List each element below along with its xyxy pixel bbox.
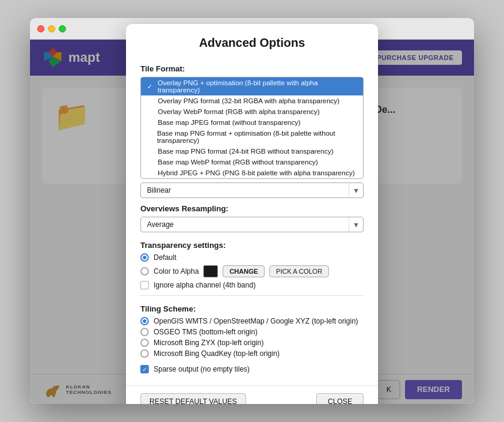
ignore-alpha-label: Ignore alpha channel (4th band)	[154, 281, 256, 289]
traffic-lights	[37, 25, 66, 32]
tile-format-option[interactable]: Base map JPEG format (without transparen…	[141, 117, 363, 128]
tiling-option[interactable]: Microsoft Bing QuadKey (top-left origin)	[140, 349, 364, 358]
tiling-radio[interactable]	[140, 339, 149, 347]
sparse-checkbox[interactable]: ✓	[140, 365, 149, 373]
overviews-value: Average	[141, 217, 349, 232]
resampling-select[interactable]: Bilinear ▾	[140, 182, 364, 198]
separator-1	[140, 295, 364, 296]
overviews-label: Overviews Resampling:	[140, 204, 364, 213]
tile-format-option[interactable]: Hybrid JPEG + PNG (PNG 8-bit palette wit…	[141, 167, 363, 178]
tile-format-option[interactable]: Base map PNG format (24-bit RGB without …	[141, 146, 363, 157]
minimize-button[interactable]	[48, 25, 55, 32]
dialog-body: Tile Format: ✓Overlay PNG + optimisation…	[126, 64, 378, 385]
close-button-dialog[interactable]: CLOSE	[316, 393, 364, 404]
tile-format-option[interactable]: ✓Overlay PNG + optimisation (8-bit palle…	[141, 77, 363, 95]
tiling-radio[interactable]	[140, 328, 149, 336]
sparse-label: Sparse output (no empty tiles)	[154, 365, 250, 373]
resampling-value: Bilinear	[141, 183, 349, 197]
tile-format-option[interactable]: Base map PNG format + optimisation (8-bi…	[141, 128, 363, 146]
ignore-alpha-item[interactable]: Ignore alpha channel (4th band)	[140, 281, 364, 289]
tiling-radio-group: OpenGIS WMTS / OpenStreetMap / Google XY…	[140, 317, 364, 358]
dialog-footer: RESET DEFAULT VALUES CLOSE	[126, 385, 378, 404]
tile-format-label: Tile Format:	[140, 64, 364, 73]
sparse-output-item[interactable]: ✓ Sparse output (no empty tiles)	[140, 365, 364, 373]
color-swatch[interactable]	[203, 265, 218, 277]
transparency-default-radio[interactable]	[140, 253, 149, 262]
app-window: MapTiler Desktop Free 9.1 – Generate ras…	[30, 18, 474, 404]
tiling-option[interactable]: Microsoft Bing ZYX (top-left origin)	[140, 339, 364, 347]
pick-color-button[interactable]: PICK A COLOR	[269, 265, 329, 277]
tiling-option[interactable]: OSGEO TMS (bottom-left origin)	[140, 328, 364, 336]
transparency-label: Transparency settings:	[140, 241, 364, 250]
tiling-option[interactable]: OpenGIS WMTS / OpenStreetMap / Google XY…	[140, 317, 364, 325]
tile-format-option[interactable]: Overlay WebP format (RGB with alpha tran…	[141, 106, 363, 117]
sparse-section: ✓ Sparse output (no empty tiles)	[140, 365, 364, 373]
tiling-scheme-label: Tiling Scheme:	[140, 304, 364, 313]
transparency-radio-group: Default Color to Alpha CHANGE PICK A COL…	[140, 253, 364, 277]
reset-button[interactable]: RESET DEFAULT VALUES	[140, 393, 246, 404]
maximize-button[interactable]	[59, 25, 66, 32]
tiling-radio[interactable]	[140, 349, 149, 358]
modal-overlay: Advanced Options Tile Format: ✓Overlay P…	[30, 40, 474, 404]
color-alpha-radio[interactable]	[140, 267, 149, 276]
advanced-options-dialog: Advanced Options Tile Format: ✓Overlay P…	[126, 24, 378, 404]
color-alpha-row: Color to Alpha CHANGE PICK A COLOR	[140, 265, 364, 277]
transparency-default-option[interactable]: Default	[140, 253, 364, 262]
change-button[interactable]: CHANGE	[223, 265, 265, 277]
check-icon: ✓	[147, 83, 154, 91]
overviews-select[interactable]: Average ▾	[140, 217, 364, 232]
resampling-arrow-icon: ▾	[349, 183, 363, 197]
tile-format-option[interactable]: Base map WebP format (RGB without transp…	[141, 157, 363, 167]
tile-format-option[interactable]: Overlay PNG format (32-bit RGBA with alp…	[141, 95, 363, 106]
color-alpha-label: Color to Alpha	[154, 267, 199, 276]
dialog-title: Advanced Options	[140, 36, 364, 50]
ignore-alpha-checkbox[interactable]	[140, 281, 149, 289]
transparency-default-label: Default	[154, 253, 176, 262]
overviews-arrow-icon: ▾	[349, 217, 363, 232]
close-button[interactable]	[37, 25, 44, 32]
dialog-header: Advanced Options	[126, 24, 378, 56]
tile-format-list[interactable]: ✓Overlay PNG + optimisation (8-bit palle…	[140, 77, 364, 179]
tiling-radio[interactable]	[140, 317, 149, 325]
